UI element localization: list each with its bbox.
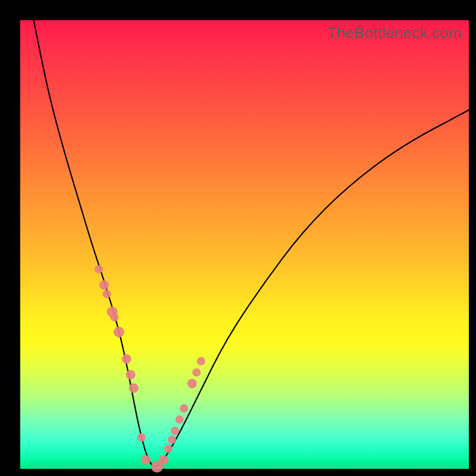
plot-area: TheBottleneck.com	[20, 20, 469, 469]
marker-dot	[137, 433, 146, 441]
marker-dot	[122, 354, 131, 364]
marker-layer	[95, 265, 205, 473]
marker-dot	[114, 327, 124, 337]
curve-layer	[20, 20, 469, 469]
marker-dot	[164, 444, 173, 453]
marker-dot	[141, 455, 151, 465]
marker-dot	[103, 290, 111, 298]
marker-dot	[110, 313, 118, 321]
chart-frame: TheBottleneck.com	[0, 0, 476, 476]
marker-dot	[180, 404, 188, 412]
marker-dot	[126, 370, 136, 380]
marker-dot	[171, 427, 179, 435]
marker-dot	[99, 280, 109, 290]
marker-dot	[129, 383, 139, 393]
marker-dot	[187, 379, 197, 389]
bottleneck-curve	[34, 20, 469, 466]
marker-dot	[159, 455, 168, 465]
marker-dot	[176, 415, 184, 424]
marker-dot	[192, 368, 201, 377]
marker-dot	[197, 357, 205, 365]
marker-dot	[168, 436, 176, 444]
marker-dot	[95, 265, 103, 274]
